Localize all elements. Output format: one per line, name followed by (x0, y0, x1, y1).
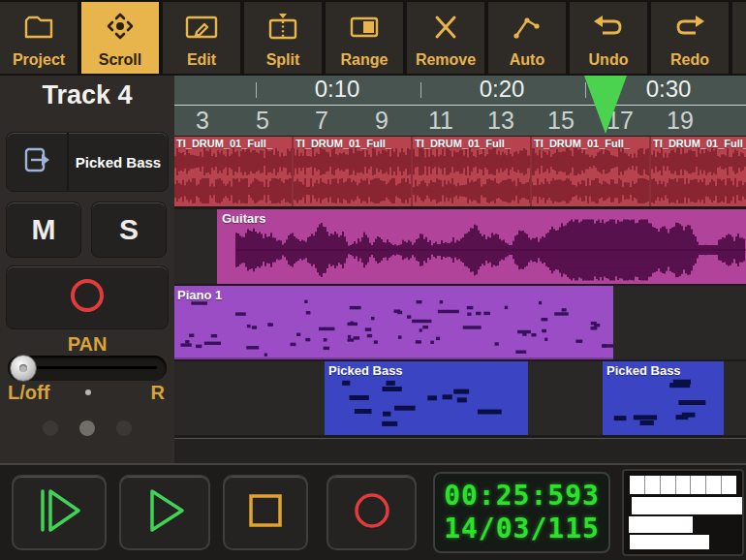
track-lane-guitars: Guitars (174, 209, 746, 284)
track-title: Track 4 (0, 80, 174, 110)
time-display[interactable]: 00:25:593 14/03/115 (433, 472, 610, 553)
auto-icon (511, 2, 544, 51)
daw-app: Project Scroll Edit (0, 0, 746, 560)
play-icon (140, 485, 190, 540)
timeline-seconds-ruler[interactable]: 0:10 0:20 0:30 (174, 76, 746, 105)
remove-button[interactable]: Remove (407, 2, 484, 74)
playhead-marker[interactable] (584, 76, 627, 134)
track-lane-bass: Picked Bass Picked Bass (174, 361, 746, 435)
range-button[interactable]: Range (326, 2, 403, 74)
bar-number: 19 (667, 107, 694, 135)
timeline-bars-ruler[interactable]: 3 5 7 9 11 13 15 17 19 (174, 105, 746, 136)
track-output-button[interactable] (6, 132, 68, 192)
undo-label: Undo (589, 51, 629, 69)
guitar-clip-label: Guitars (222, 211, 266, 226)
drum-clip-label: TI_DRUM_01_Full_ (534, 138, 630, 149)
mute-label: M (32, 213, 56, 246)
track-lane-drums[interactable]: TI_DRUM_01_Full_ TI_DRUM_01_Full_ TI_DRU… (174, 137, 746, 206)
guitar-waveform (217, 209, 746, 284)
pan-slider-track (21, 366, 157, 369)
time-display-position: 14/03/115 (444, 513, 600, 545)
piano-midi-clip[interactable]: Piano 1 (174, 286, 613, 359)
clip-divider (411, 137, 413, 206)
track-lane-piano: Piano 1 (174, 286, 746, 359)
arrange-area: 0:10 0:20 0:30 3 5 7 9 11 13 15 17 19 TI… (174, 76, 746, 463)
drum-clip-label: TI_DRUM_01_Full_ (295, 138, 391, 149)
track-instrument-button[interactable]: Picked Bass (68, 132, 169, 192)
clip-divider (649, 137, 651, 206)
bar-number: 15 (547, 107, 575, 135)
arm-record-button[interactable] (6, 265, 169, 329)
project-label: Project (13, 51, 65, 69)
pan-center-marker (85, 389, 91, 395)
solo-button[interactable]: S (91, 202, 167, 258)
output-routing-icon (21, 144, 52, 179)
record-button[interactable] (326, 475, 417, 550)
time-tick (420, 82, 421, 98)
range-label: Range (341, 51, 389, 69)
clip-divider (292, 137, 294, 206)
stop-button[interactable] (223, 475, 308, 550)
range-icon (348, 2, 381, 51)
bar-number: 11 (428, 107, 453, 135)
toolbar-partial-button[interactable] (732, 2, 746, 74)
bar-number: 9 (375, 107, 389, 135)
time-label: 0:10 (315, 76, 360, 103)
bar-number: 5 (256, 107, 269, 135)
time-label: 0:20 (480, 76, 525, 103)
play-from-start-button[interactable] (12, 475, 107, 550)
time-display-clock: 00:25:593 (444, 480, 600, 513)
drum-clip-label: TI_DRUM_01_Full_ (653, 138, 746, 149)
folder-icon (22, 2, 55, 51)
bar-number: 13 (487, 107, 514, 135)
drum-clip-label: TI_DRUM_01_Full_ (415, 138, 511, 149)
transport-bar: 00:25:593 14/03/115 (0, 463, 746, 560)
split-label: Split (266, 51, 300, 69)
guitar-audio-clip[interactable]: Guitars (217, 209, 746, 284)
bass-clip-label: Picked Bass (606, 363, 681, 378)
undo-button[interactable]: Undo (570, 2, 647, 74)
pan-label: PAN (0, 333, 174, 356)
record-icon (347, 485, 397, 540)
page-dot-2[interactable] (79, 420, 95, 436)
pattern-bar (632, 497, 742, 514)
clip-divider (530, 137, 532, 206)
record-circle-icon (66, 276, 109, 319)
redo-icon (673, 2, 706, 51)
bar-number: 3 (196, 107, 209, 135)
track-instrument-label: Picked Bass (76, 154, 161, 171)
project-button[interactable]: Project (0, 2, 78, 74)
pattern-preview-button[interactable] (622, 469, 744, 556)
solo-label: S (119, 213, 139, 246)
auto-button[interactable]: Auto (488, 2, 566, 74)
bass-midi-clip-2[interactable]: Picked Bass (603, 361, 724, 435)
pan-right-label: R (151, 382, 165, 404)
redo-label: Redo (670, 51, 709, 69)
play-button[interactable] (119, 475, 210, 550)
bass-clip-label: Picked Bass (328, 363, 403, 378)
bass-midi-clip-1[interactable]: Picked Bass (325, 361, 528, 435)
page-dot-1[interactable] (43, 420, 58, 436)
page-dot-3[interactable] (116, 420, 132, 436)
time-label: 0:30 (646, 76, 692, 103)
mute-button[interactable]: M (6, 202, 81, 258)
undo-icon (592, 2, 625, 51)
split-icon (266, 2, 299, 51)
edit-button[interactable]: Edit (163, 2, 240, 74)
edit-icon (184, 2, 219, 51)
scroll-button[interactable]: Scroll (81, 2, 159, 74)
piano-keys-icon (630, 476, 736, 494)
pan-knob[interactable] (10, 355, 37, 382)
empty-track-lane[interactable] (174, 438, 746, 463)
redo-button[interactable]: Redo (651, 2, 729, 74)
remove-icon (429, 2, 462, 51)
split-button[interactable]: Split (244, 2, 322, 74)
piano-clip-label: Piano 1 (177, 288, 222, 302)
piano-midi-notes (174, 286, 613, 359)
time-tick (256, 82, 257, 98)
scroll-label: Scroll (99, 51, 141, 69)
toolbar: Project Scroll Edit (0, 0, 746, 76)
remove-label: Remove (416, 51, 476, 69)
auto-label: Auto (510, 51, 544, 69)
scroll-icon (104, 2, 137, 51)
